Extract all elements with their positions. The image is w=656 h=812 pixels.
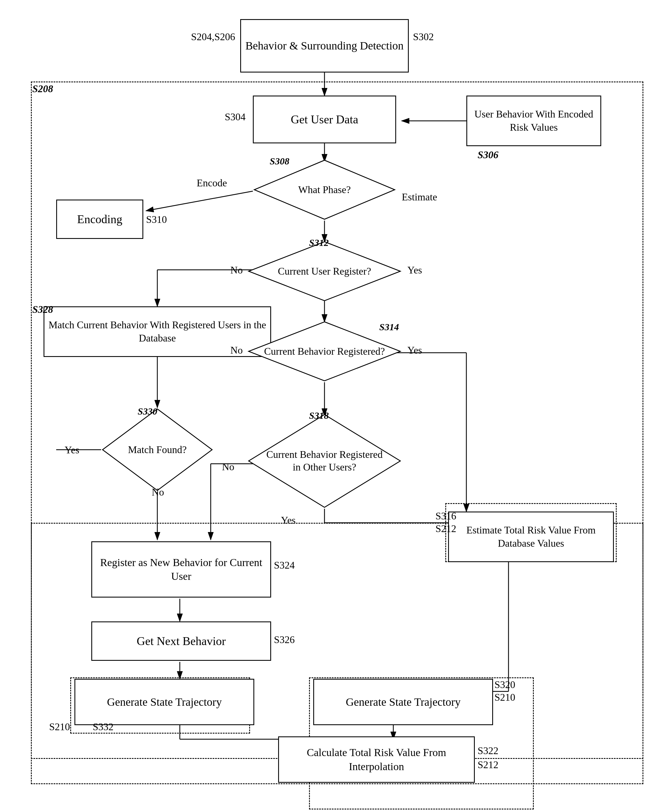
encode-label: Encode: [196, 177, 227, 189]
svg-marker-28: [249, 322, 400, 381]
estimate-total-risk-box: Estimate Total Risk Value From Database …: [448, 511, 614, 562]
encoding-box: Encoding: [56, 200, 143, 239]
s326-label: S326: [274, 634, 295, 646]
mf-no-label: No: [152, 486, 164, 498]
diagram: Behavior & Surrounding Detection S204,S2…: [0, 0, 656, 812]
current-behavior-other-users-diamond: Current Behavior Registered in Other Use…: [247, 413, 402, 509]
current-user-register-diamond: Current User Register?: [247, 240, 402, 302]
s304-label: S304: [225, 111, 246, 123]
s312-label: S312: [309, 237, 329, 248]
s310-label: S310: [146, 214, 167, 225]
s324-label: S324: [274, 559, 295, 571]
s332-label: S332: [93, 721, 113, 733]
generate-state-left-box: Generate State Trajectory: [74, 679, 254, 725]
user-behavior-encoded-box: User Behavior With Encoded Risk Values: [466, 96, 601, 146]
register-new-behavior-box: Register as New Behavior for Current Use…: [91, 541, 271, 598]
s318-label: S318: [309, 411, 329, 421]
s204-s206-label: S204,S206: [191, 31, 235, 43]
s302-label: S302: [413, 31, 434, 43]
current-behavior-registered-diamond: Current Behavior Registered?: [247, 321, 402, 382]
estimate-label: Estimate: [402, 191, 437, 203]
s328-label: S328: [32, 304, 53, 315]
cur-no-label: No: [231, 264, 243, 276]
s306-label: S306: [478, 149, 498, 161]
get-user-data-box: Get User Data: [253, 96, 396, 143]
cbo-no-label: No: [222, 461, 234, 473]
mf-yes-label: Yes: [65, 444, 79, 456]
s210-left-label: S210: [49, 721, 70, 733]
s322-label: S322: [478, 745, 498, 757]
svg-marker-29: [102, 409, 212, 490]
cur-yes-label: Yes: [407, 264, 422, 276]
s212-bottom-label: S212: [478, 759, 498, 771]
svg-marker-27: [249, 242, 400, 301]
behavior-detection-label: Behavior & Surrounding Detection: [245, 39, 404, 53]
svg-marker-26: [254, 160, 395, 219]
cbo-yes-label: Yes: [281, 514, 296, 526]
match-found-diamond: Match Found?: [101, 408, 214, 492]
s314-label: S314: [379, 322, 399, 333]
get-next-behavior-box: Get Next Behavior: [91, 621, 271, 661]
cbr-no-label: No: [231, 344, 243, 356]
svg-marker-30: [249, 415, 400, 507]
s316-label: S316: [435, 510, 456, 522]
s320-label: S320: [495, 679, 515, 691]
generate-state-right-box: Generate State Trajectory: [313, 679, 493, 725]
what-phase-diamond: What Phase?: [253, 159, 396, 221]
cbr-yes-label: Yes: [407, 344, 422, 356]
s308-label: S308: [270, 156, 289, 167]
s208-label: S208: [32, 83, 53, 95]
behavior-detection-box: Behavior & Surrounding Detection: [240, 19, 409, 73]
s330-label: S330: [138, 406, 157, 417]
s212-right-label: S212: [435, 523, 456, 535]
calc-total-risk-box: Calculate Total Risk Value From Interpol…: [278, 736, 475, 783]
s210-right-label: S210: [495, 691, 515, 703]
